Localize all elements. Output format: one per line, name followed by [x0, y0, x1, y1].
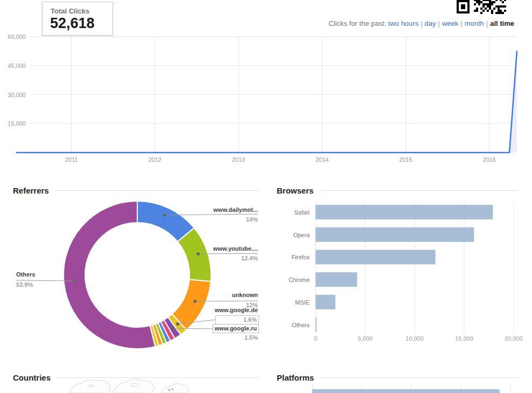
svg-text:60,000: 60,000 — [8, 33, 26, 40]
platforms-rule — [320, 377, 518, 378]
svg-text:2013: 2013 — [232, 156, 245, 163]
svg-text:2014: 2014 — [316, 156, 328, 163]
period-selector: Clicks for the past: two hours|day|week|… — [328, 19, 514, 27]
period-selected-all-time: all time — [490, 19, 514, 27]
referrer-label-unknown: unknown — [232, 292, 258, 298]
platforms-section-header: Platforms — [277, 373, 518, 382]
browsers-rule — [320, 190, 518, 191]
analytics-page: Total Clicks 52,618 Clicks for the past:… — [0, 0, 532, 393]
browsers-bar-chart[interactable]: 05,00010,00015,00020,000SafariOperaFiref… — [269, 183, 532, 367]
clicks-line-chart[interactable]: 15,00030,00045,00060,0002011201220132014… — [0, 32, 532, 167]
period-link-two-hours[interactable]: two hours — [388, 19, 418, 27]
referrers-rule — [55, 190, 258, 191]
browsers-title: Browsers — [277, 186, 313, 195]
countries-title: Countries — [13, 373, 51, 382]
referrers-section-header: Referrers — [13, 186, 258, 195]
svg-text:Opera: Opera — [293, 232, 310, 238]
referrer-label-google-de: www.google.de — [215, 307, 258, 313]
platforms-title: Platforms — [277, 373, 314, 382]
referrer-label-others: Others — [16, 271, 35, 278]
period-separator: | — [458, 19, 464, 27]
qr-code-icon — [456, 0, 506, 14]
svg-text:30,000: 30,000 — [8, 92, 26, 98]
svg-text:5,000: 5,000 — [358, 335, 373, 342]
svg-text:Chrome: Chrome — [289, 277, 310, 283]
svg-text:0: 0 — [314, 335, 317, 342]
referrer-pct-others: 53.9% — [16, 281, 33, 288]
period-link-month[interactable]: month — [465, 19, 484, 27]
svg-text:2011: 2011 — [65, 156, 78, 163]
countries-rule — [57, 377, 258, 378]
period-prefix: Clicks for the past: — [328, 19, 388, 27]
referrer-label-dailymotion: www.dailymot... — [213, 206, 258, 213]
period-link-day[interactable]: day — [425, 19, 436, 27]
svg-text:15,000: 15,000 — [8, 120, 26, 127]
countries-section-header: Countries — [13, 373, 258, 382]
svg-text:Firefox: Firefox — [291, 254, 310, 260]
referrer-pct-google-de: 1.6% — [215, 315, 259, 325]
svg-text:20,000: 20,000 — [505, 335, 523, 342]
svg-text:2012: 2012 — [148, 156, 161, 163]
browsers-section-header: Browsers — [277, 186, 518, 195]
period-link-week[interactable]: week — [442, 19, 458, 27]
total-clicks-label: Total Clicks — [51, 7, 89, 15]
svg-text:Safari: Safari — [294, 209, 310, 216]
referrer-pct-youtube: 12.4% — [241, 255, 258, 261]
svg-text:Others: Others — [292, 322, 310, 328]
period-separator: | — [436, 19, 442, 27]
referrer-pct-dailymotion: 14% — [246, 216, 258, 223]
period-separator: | — [484, 19, 490, 27]
svg-text:2016: 2016 — [483, 156, 496, 163]
svg-text:10,000: 10,000 — [405, 335, 424, 342]
referrer-pct-google-ru: 1.5% — [244, 334, 258, 341]
svg-text:2015: 2015 — [399, 156, 412, 163]
svg-text:15,000: 15,000 — [455, 335, 473, 342]
referrer-label-youtube: www.youtube.... — [213, 245, 258, 252]
referrer-label-google-ru: www.google.ru — [213, 324, 259, 333]
referrers-title: Referrers — [13, 186, 49, 195]
svg-text:45,000: 45,000 — [8, 63, 26, 69]
total-clicks-value: 52,618 — [50, 15, 95, 32]
svg-text:MSIE: MSIE — [295, 299, 310, 306]
total-clicks-box: Total Clicks 52,618 — [42, 2, 113, 36]
period-separator: | — [418, 19, 424, 27]
